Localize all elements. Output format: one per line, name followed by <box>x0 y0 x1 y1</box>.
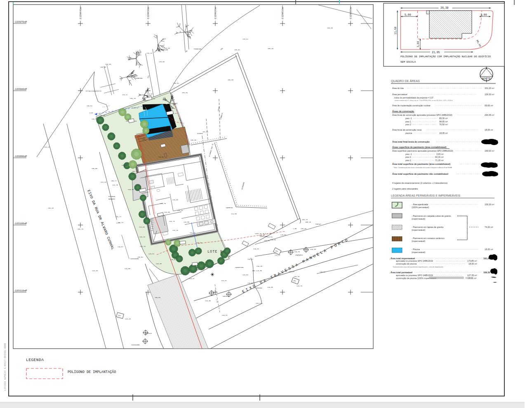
svg-text:-103090mP: -103090mP <box>14 155 27 158</box>
svg-text:L243: L243 <box>89 112 93 114</box>
svg-text:Área bruta de construção apro: Área bruta de construção aprovada (proce… <box>392 114 452 116</box>
svg-text:3,65 m²: 3,65 m² <box>436 153 444 155</box>
svg-text:-103070mP: -103070mP <box>14 21 27 23</box>
svg-text:LEGENDA ÁREAS PERMEÁVEIS E IMP: LEGENDA ÁREAS PERMEÁVEIS E IMPERMEÁVEIS <box>391 194 460 197</box>
svg-text:QUADRO DE ÁREAS: QUADRO DE ÁREAS <box>391 79 420 83</box>
svg-text:POMBEIRO: POMBEIRO <box>160 49 168 51</box>
svg-text:118,81: 118,81 <box>221 280 227 281</box>
svg-text:109,30 m²: 109,30 m² <box>485 203 494 206</box>
svg-text:- Pavimento em lajetas de gran: - Pavimento em lajetas de granito <box>412 226 443 228</box>
svg-text:119,79: 119,79 <box>128 189 134 190</box>
svg-text:119,45: 119,45 <box>257 265 262 267</box>
svg-text:LOTE 9: LOTE 9 <box>207 250 223 254</box>
svg-text:118,42: 118,42 <box>122 94 128 96</box>
svg-text:118,30: 118,30 <box>184 221 189 223</box>
svg-text:Área de implantação construção: Área de implantação construção nuclear <box>392 104 431 107</box>
svg-text:119,81: 119,81 <box>247 258 253 260</box>
svg-text:138,77: 138,77 <box>111 180 117 182</box>
svg-text:94,15 m²: 94,15 m² <box>435 156 444 158</box>
svg-text:-1120020m: -1120020m <box>214 7 217 21</box>
svg-text:7,50: 7,50 <box>293 228 297 230</box>
svg-text:186,36: 186,36 <box>191 139 196 141</box>
svg-text:138,75: 138,75 <box>130 98 136 99</box>
svg-text:18,05 m²: 18,05 m² <box>485 129 493 131</box>
svg-text:89,30 m²: 89,30 m² <box>439 117 448 120</box>
svg-text:118,36: 118,36 <box>156 263 162 265</box>
svg-text:146,46: 146,46 <box>301 228 306 230</box>
svg-text:105,10: 105,10 <box>305 221 311 223</box>
svg-text:(impermeável): (impermeável) <box>412 251 425 253</box>
svg-text:118,84: 118,84 <box>177 210 183 211</box>
svg-text:118,34: 118,34 <box>196 242 202 244</box>
svg-text:- mínimo estabelecido nº1, alí: - mínimo estabelecido nº1, alínea i) do … <box>394 100 453 101</box>
svg-text:138,77: 138,77 <box>115 216 121 218</box>
svg-text:119,89: 119,89 <box>310 249 316 250</box>
svg-text:. Área total impermeável: . Área total impermeável <box>389 257 415 260</box>
svg-text:Área total superfície de pavim: Área total superfície de pavimento (área… <box>392 163 450 165</box>
svg-text:99,65 m²: 99,65 m² <box>485 104 493 107</box>
svg-text:POMBEIRO: POMBEIRO <box>194 48 202 50</box>
svg-text:119,54: 119,54 <box>173 82 179 84</box>
svg-text:piso 1: piso 1 <box>405 156 411 158</box>
svg-text:Área bruta de construção nova: Área bruta de construção nova <box>392 129 421 131</box>
svg-text:piso -1: piso -1 <box>405 117 412 120</box>
svg-text:119,08: 119,08 <box>247 282 253 284</box>
svg-text:3,00: 3,00 <box>417 41 420 47</box>
svg-text:POLÍGONO DE IMPLANTAÇÃO COM IM: POLÍGONO DE IMPLANTAÇÃO COM IMPLANTAÇÃO … <box>400 55 491 58</box>
svg-text:piso -1: piso -1 <box>405 153 412 155</box>
svg-text:186,04: 186,04 <box>234 49 240 51</box>
svg-text:138,79: 138,79 <box>78 228 83 230</box>
svg-text:LOTE 10 20 N.7 76: LOTE 10 20 N.7 76 <box>255 233 271 234</box>
svg-text:Áreas de construção: Áreas de construção <box>392 110 414 113</box>
svg-text:POLÍGONO DE IMPLANTAÇÃO: POLÍGONO DE IMPLANTAÇÃO <box>68 370 116 374</box>
svg-text:COLETORA: COLETORA <box>260 236 268 237</box>
svg-text:- Pavimento em mosaico cerâmic: - Pavimento em mosaico cerâmico <box>412 237 445 239</box>
svg-text:Área permeável: Área permeável <box>392 93 407 96</box>
svg-text:138,90: 138,90 <box>100 66 106 68</box>
svg-text:(impermeável): (impermeável) <box>412 240 425 242</box>
svg-text:LEGENDA: LEGENDA <box>26 358 44 362</box>
svg-text:139,08: 139,08 <box>155 297 160 298</box>
svg-text:21,05: 21,05 <box>432 51 440 54</box>
svg-text:Área do lote: Área do lote <box>392 87 404 89</box>
svg-text:5,00: 5,00 <box>405 14 411 16</box>
svg-text:138,48: 138,48 <box>122 164 127 166</box>
svg-text:*(somatório das áreas dos pavi: *(somatório das áreas dos pavimentos imp… <box>393 266 443 268</box>
svg-text:129,98: 129,98 <box>280 234 286 236</box>
svg-text:-103080mP: -103080mP <box>14 88 27 91</box>
svg-text:4,31: 4,31 <box>116 222 120 224</box>
svg-text:(impermeável): (impermeável) <box>412 218 425 220</box>
svg-text:118,78: 118,78 <box>132 107 138 109</box>
svg-text:. índice de permeabilidade da: . índice de permeabilidade da proposta =… <box>393 97 433 99</box>
svg-text:119,05: 119,05 <box>267 286 273 288</box>
svg-text:109,30 m²: 109,30 m² <box>485 93 494 96</box>
svg-text:-103110mP: -103110mP <box>14 289 27 292</box>
svg-text:186,88: 186,88 <box>228 79 233 81</box>
svg-text:109,30: 109,30 <box>483 271 490 274</box>
svg-text:GARAGEM: GARAGEM <box>108 198 115 200</box>
svg-text:Área total final bruta de cons: Área total final bruta de construção <box>392 141 430 143</box>
svg-text:PORTAS: PORTAS <box>315 223 321 225</box>
svg-text:118,45: 118,45 <box>125 318 131 320</box>
svg-text:3,00: 3,00 <box>480 14 487 16</box>
svg-text:CANDEIA: CANDEIA <box>226 207 233 209</box>
svg-text:2 lugares para velocípedes: 2 lugares para velocípedes <box>392 188 418 190</box>
svg-text:118,88: 118,88 <box>139 226 145 228</box>
svg-text:piso 1: piso 1 <box>405 120 411 123</box>
svg-text:SEM ESCALA: SEM ESCALA <box>400 61 416 63</box>
svg-text:Áreas superfície de pavimento: Áreas superfície de pavimento (área cont… <box>392 146 446 148</box>
svg-text:118,75: 118,75 <box>160 203 166 204</box>
svg-text:264,35 m²: 264,35 m² <box>485 114 494 116</box>
svg-text:118,34: 118,34 <box>170 259 176 260</box>
svg-text:186,46: 186,46 <box>268 48 273 49</box>
svg-text:118,80: 118,80 <box>172 199 178 201</box>
svg-text:175,81: 175,81 <box>242 38 248 40</box>
svg-text:POMBEIRO: POMBEIRO <box>144 95 152 96</box>
svg-text:175,66: 175,66 <box>159 61 165 63</box>
svg-text:-1120010m: -1120010m <box>281 7 284 21</box>
svg-text:- Área ajardinada: - Área ajardinada <box>412 203 428 206</box>
svg-text:119,18: 119,18 <box>146 52 152 54</box>
svg-text:-103100mP: -103100mP <box>14 222 27 225</box>
svg-text:CANDEEIRO: CANDEEIRO <box>235 267 244 268</box>
svg-text:186,86: 186,86 <box>327 27 333 29</box>
